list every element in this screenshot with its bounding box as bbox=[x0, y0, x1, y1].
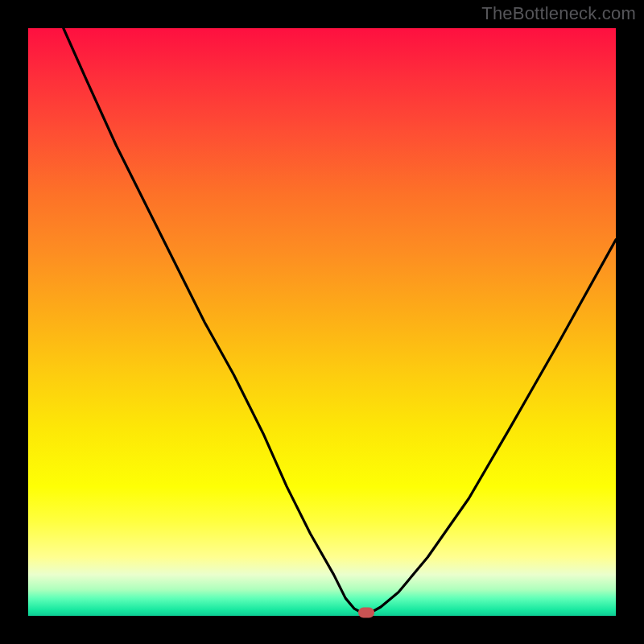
bottleneck-curve bbox=[28, 28, 616, 616]
optimal-marker bbox=[358, 607, 374, 617]
chart-frame: TheBottleneck.com bbox=[0, 0, 644, 644]
attribution-label: TheBottleneck.com bbox=[481, 3, 636, 24]
plot-area bbox=[28, 28, 616, 616]
curve-path bbox=[64, 28, 616, 613]
